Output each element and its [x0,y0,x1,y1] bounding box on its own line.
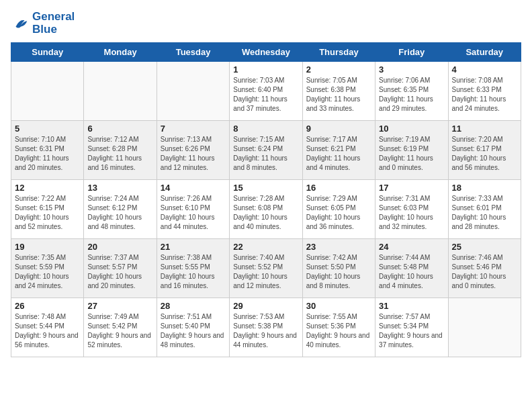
calendar-day-cell [84,62,157,121]
day-info: Sunrise: 7:37 AM Sunset: 5:57 PM Dayligh… [87,253,152,291]
calendar-day-cell: 31Sunrise: 7:57 AM Sunset: 5:34 PM Dayli… [375,298,448,357]
day-number: 18 [452,183,517,193]
calendar-day-cell: 18Sunrise: 7:33 AM Sunset: 6:01 PM Dayli… [448,180,521,239]
logo: General Blue [11,11,75,36]
calendar-day-cell: 30Sunrise: 7:55 AM Sunset: 5:36 PM Dayli… [302,298,375,357]
calendar-day-cell: 27Sunrise: 7:49 AM Sunset: 5:42 PM Dayli… [84,298,157,357]
day-number: 28 [161,301,226,311]
day-info: Sunrise: 7:31 AM Sunset: 6:03 PM Dayligh… [379,194,444,232]
day-number: 22 [233,242,298,252]
calendar-day-cell: 13Sunrise: 7:24 AM Sunset: 6:12 PM Dayli… [84,180,157,239]
calendar-week-row: 1Sunrise: 7:03 AM Sunset: 6:40 PM Daylig… [11,62,521,121]
calendar-day-cell: 1Sunrise: 7:03 AM Sunset: 6:40 PM Daylig… [230,62,302,121]
day-number: 3 [379,64,444,75]
weekday-header: Tuesday [157,43,229,62]
day-info: Sunrise: 7:20 AM Sunset: 6:17 PM Dayligh… [452,135,517,173]
day-number: 27 [87,301,152,311]
calendar-week-row: 26Sunrise: 7:48 AM Sunset: 5:44 PM Dayli… [11,298,521,357]
calendar-day-cell: 14Sunrise: 7:26 AM Sunset: 6:10 PM Dayli… [157,180,229,239]
day-info: Sunrise: 7:03 AM Sunset: 6:40 PM Dayligh… [233,76,298,113]
day-info: Sunrise: 7:46 AM Sunset: 5:46 PM Dayligh… [452,253,517,291]
day-number: 16 [306,183,371,193]
calendar-day-cell: 11Sunrise: 7:20 AM Sunset: 6:17 PM Dayli… [448,121,521,180]
day-info: Sunrise: 7:24 AM Sunset: 6:12 PM Dayligh… [87,194,152,232]
day-info: Sunrise: 7:35 AM Sunset: 5:59 PM Dayligh… [15,253,80,291]
calendar-day-cell: 29Sunrise: 7:53 AM Sunset: 5:38 PM Dayli… [230,298,302,357]
calendar-day-cell: 21Sunrise: 7:38 AM Sunset: 5:55 PM Dayli… [157,239,229,298]
day-info: Sunrise: 7:06 AM Sunset: 6:35 PM Dayligh… [379,76,444,113]
day-number: 23 [306,242,371,252]
calendar-week-row: 12Sunrise: 7:22 AM Sunset: 6:15 PM Dayli… [11,180,521,239]
calendar-day-cell: 28Sunrise: 7:51 AM Sunset: 5:40 PM Dayli… [157,298,229,357]
day-info: Sunrise: 7:42 AM Sunset: 5:50 PM Dayligh… [306,253,371,291]
calendar-day-cell: 12Sunrise: 7:22 AM Sunset: 6:15 PM Dayli… [11,180,84,239]
day-info: Sunrise: 7:29 AM Sunset: 6:05 PM Dayligh… [306,194,371,232]
day-number: 30 [306,301,371,311]
day-number: 8 [233,124,298,134]
day-info: Sunrise: 7:19 AM Sunset: 6:19 PM Dayligh… [379,135,444,173]
day-number: 1 [233,64,298,75]
day-number: 25 [452,242,517,252]
calendar-day-cell [157,62,229,121]
day-number: 5 [15,124,80,134]
day-number: 19 [15,242,80,252]
weekday-header: Thursday [302,43,375,62]
day-number: 15 [233,183,298,193]
day-number: 21 [161,242,226,252]
day-number: 17 [379,183,444,193]
day-number: 4 [452,64,517,75]
calendar-day-cell [11,62,84,121]
day-number: 20 [87,242,152,252]
day-info: Sunrise: 7:15 AM Sunset: 6:24 PM Dayligh… [233,135,298,173]
calendar-day-cell: 5Sunrise: 7:10 AM Sunset: 6:31 PM Daylig… [11,121,84,180]
day-number: 29 [233,301,298,311]
day-info: Sunrise: 7:08 AM Sunset: 6:33 PM Dayligh… [452,76,517,113]
weekday-header: Sunday [11,43,84,62]
day-info: Sunrise: 7:38 AM Sunset: 5:55 PM Dayligh… [161,253,226,291]
day-info: Sunrise: 7:22 AM Sunset: 6:15 PM Dayligh… [15,194,80,232]
calendar-day-cell: 25Sunrise: 7:46 AM Sunset: 5:46 PM Dayli… [448,239,521,298]
day-number: 7 [161,124,226,134]
day-info: Sunrise: 7:48 AM Sunset: 5:44 PM Dayligh… [15,312,80,350]
day-number: 9 [306,124,371,134]
day-info: Sunrise: 7:13 AM Sunset: 6:26 PM Dayligh… [161,135,226,173]
logo-icon [11,14,30,33]
calendar-day-cell: 23Sunrise: 7:42 AM Sunset: 5:50 PM Dayli… [302,239,375,298]
calendar-day-cell: 7Sunrise: 7:13 AM Sunset: 6:26 PM Daylig… [157,121,229,180]
day-info: Sunrise: 7:10 AM Sunset: 6:31 PM Dayligh… [15,135,80,173]
day-number: 26 [15,301,80,311]
day-info: Sunrise: 7:12 AM Sunset: 6:28 PM Dayligh… [87,135,152,173]
calendar-day-cell: 6Sunrise: 7:12 AM Sunset: 6:28 PM Daylig… [84,121,157,180]
calendar-day-cell: 8Sunrise: 7:15 AM Sunset: 6:24 PM Daylig… [230,121,302,180]
day-info: Sunrise: 7:55 AM Sunset: 5:36 PM Dayligh… [306,312,371,350]
calendar-day-cell: 4Sunrise: 7:08 AM Sunset: 6:33 PM Daylig… [448,62,521,121]
day-info: Sunrise: 7:51 AM Sunset: 5:40 PM Dayligh… [161,312,226,350]
weekday-header: Monday [84,43,157,62]
day-number: 14 [161,183,226,193]
calendar-day-cell: 22Sunrise: 7:40 AM Sunset: 5:52 PM Dayli… [230,239,302,298]
calendar-day-cell: 9Sunrise: 7:17 AM Sunset: 6:21 PM Daylig… [302,121,375,180]
day-number: 10 [379,124,444,134]
weekday-header: Friday [375,43,448,62]
calendar-day-cell: 2Sunrise: 7:05 AM Sunset: 6:38 PM Daylig… [302,62,375,121]
day-number: 13 [87,183,152,193]
day-number: 24 [379,242,444,252]
calendar-day-cell: 3Sunrise: 7:06 AM Sunset: 6:35 PM Daylig… [375,62,448,121]
day-info: Sunrise: 7:49 AM Sunset: 5:42 PM Dayligh… [87,312,152,350]
calendar-week-row: 19Sunrise: 7:35 AM Sunset: 5:59 PM Dayli… [11,239,521,298]
day-number: 11 [452,124,517,134]
day-number: 2 [306,64,371,75]
calendar-day-cell [448,298,521,357]
day-info: Sunrise: 7:40 AM Sunset: 5:52 PM Dayligh… [233,253,298,291]
calendar-day-cell: 19Sunrise: 7:35 AM Sunset: 5:59 PM Dayli… [11,239,84,298]
weekday-header: Wednesday [230,43,302,62]
day-number: 6 [87,124,152,134]
calendar-day-cell: 20Sunrise: 7:37 AM Sunset: 5:57 PM Dayli… [84,239,157,298]
day-info: Sunrise: 7:05 AM Sunset: 6:38 PM Dayligh… [306,76,371,113]
day-info: Sunrise: 7:26 AM Sunset: 6:10 PM Dayligh… [161,194,226,232]
day-info: Sunrise: 7:57 AM Sunset: 5:34 PM Dayligh… [379,312,444,350]
day-info: Sunrise: 7:28 AM Sunset: 6:08 PM Dayligh… [233,194,298,232]
weekday-header: Saturday [448,43,521,62]
calendar-day-cell: 17Sunrise: 7:31 AM Sunset: 6:03 PM Dayli… [375,180,448,239]
day-info: Sunrise: 7:44 AM Sunset: 5:48 PM Dayligh… [379,253,444,291]
